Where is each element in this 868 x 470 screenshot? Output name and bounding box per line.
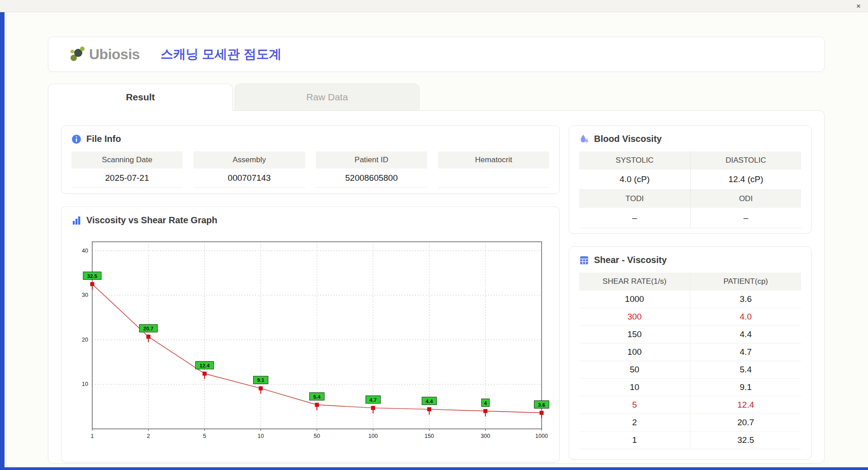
file-info-fields: Scanning Date 2025-07-21 Assembly 000707…: [71, 151, 549, 188]
svg-text:5.4: 5.4: [313, 394, 321, 400]
systolic-label: SYSTOLIC: [579, 151, 690, 169]
table-row: 1000 3.6: [579, 291, 801, 308]
window-close-button[interactable]: ×: [856, 2, 861, 10]
svg-text:9.1: 9.1: [257, 377, 265, 383]
page-title: 스캐닝 모세관 점도계: [160, 46, 282, 63]
col-patient: PATIENT(cp): [690, 273, 802, 291]
shear-cell: 100: [579, 343, 690, 361]
svg-text:150: 150: [425, 433, 434, 439]
shear-cell: 10: [579, 379, 690, 396]
svg-text:10: 10: [82, 381, 88, 387]
blood-viscosity-grid: SYSTOLIC DIASTOLIC 4.0 (cP) 12.4 (cP) TO…: [579, 151, 801, 228]
app-surface: Ubiosis 스캐닝 모세관 점도계 Result Raw Data: [5, 12, 868, 467]
table-row: 10 9.1: [579, 379, 801, 396]
result-panel: File Info Scanning Date 2025-07-21 Assem…: [48, 110, 825, 464]
svg-text:4.7: 4.7: [369, 397, 377, 403]
patient-cell: 5.4: [690, 361, 802, 379]
graph-title-row: Viscosity vs Shear Rate Graph: [71, 215, 549, 226]
bar-chart-icon: [71, 216, 81, 226]
svg-text:4.4: 4.4: [426, 399, 434, 404]
odi-value: –: [690, 208, 802, 228]
window-titlebar: ×: [0, 0, 868, 12]
field-value: 2025-07-21: [71, 169, 183, 188]
diastolic-label: DIASTOLIC: [690, 151, 802, 169]
svg-text:30: 30: [82, 292, 88, 298]
table-row: 150 4.4: [579, 326, 801, 343]
patient-cell: 4.7: [690, 343, 802, 361]
field-assembly: Assembly 000707143: [193, 151, 305, 188]
patient-cell: 20.7: [690, 414, 802, 432]
patient-cell: 4.0: [690, 308, 802, 326]
field-scanning-date: Scanning Date 2025-07-21: [71, 151, 183, 188]
shear-cell: 50: [579, 361, 690, 379]
file-info-card: File Info Scanning Date 2025-07-21 Assem…: [61, 125, 560, 194]
todi-label: TODI: [579, 190, 690, 208]
svg-text:100: 100: [368, 433, 378, 439]
shear-viscosity-table: SHEAR RATE(1/s) PATIENT(cp) 1000 3.6 300: [579, 273, 801, 449]
svg-text:32.5: 32.5: [87, 273, 98, 279]
svg-text:20.7: 20.7: [143, 326, 153, 331]
field-label: Scanning Date: [71, 151, 183, 169]
field-patient-id: Patient ID 52008605800: [316, 151, 427, 188]
svg-text:300: 300: [481, 433, 490, 439]
table-row: 2 20.7: [579, 414, 801, 432]
svg-text:20: 20: [82, 337, 88, 343]
svg-text:50: 50: [314, 433, 320, 439]
field-value: [438, 169, 549, 188]
right-column: Blood Viscosity SYSTOLIC DIASTOLIC 4.0 (…: [569, 125, 811, 462]
chart-area: 102030401251050100150300100032.520.712.4…: [71, 233, 549, 447]
file-info-title: File Info: [86, 134, 121, 144]
header-card: Ubiosis 스캐닝 모세관 점도계: [48, 37, 825, 72]
patient-cell: 4.4: [690, 326, 802, 343]
svg-text:1000: 1000: [535, 433, 548, 439]
viscosity-graph-card: Viscosity vs Shear Rate Graph 1020304012…: [61, 207, 560, 462]
field-value: 52008605800: [316, 169, 427, 188]
tab-bar: Result Raw Data: [48, 84, 825, 111]
shear-cell: 2: [579, 414, 690, 432]
table-row-highlight: 5 12.4: [579, 396, 801, 414]
ubiosis-logo-icon: [68, 46, 86, 63]
field-value: 000707143: [193, 169, 305, 188]
file-info-title-row: File Info: [71, 134, 549, 144]
svg-text:1: 1: [91, 433, 94, 439]
todi-value: –: [579, 208, 690, 228]
brand-name: Ubiosis: [89, 46, 140, 63]
table-row-highlight: 300 4.0: [579, 308, 801, 326]
tab-raw-data[interactable]: Raw Data: [235, 84, 420, 111]
shear-cell: 1000: [579, 291, 690, 308]
table-row: 50 5.4: [579, 361, 801, 379]
shear-cell: 5: [579, 396, 690, 414]
diastolic-value: 12.4 (cP): [690, 169, 802, 190]
table-header-row: SHEAR RATE(1/s) PATIENT(cp): [579, 273, 801, 291]
shear-cell: 300: [579, 308, 690, 326]
left-column: File Info Scanning Date 2025-07-21 Assem…: [61, 125, 560, 462]
svg-text:10: 10: [258, 433, 264, 439]
shear-viscosity-title: Shear - Viscosity: [594, 255, 667, 265]
svg-text:12.4: 12.4: [199, 363, 210, 368]
odi-label: ODI: [690, 190, 802, 208]
patient-cell: 12.4: [690, 396, 802, 414]
shear-cell: 1: [579, 432, 690, 449]
graph-title: Viscosity vs Shear Rate Graph: [86, 215, 217, 226]
field-label: Hematocrit: [438, 151, 549, 169]
svg-text:4: 4: [484, 400, 487, 406]
blood-viscosity-title: Blood Viscosity: [594, 134, 662, 144]
blood-viscosity-title-row: Blood Viscosity: [579, 134, 801, 144]
field-label: Assembly: [193, 151, 305, 169]
svg-text:2: 2: [147, 433, 150, 439]
patient-cell: 9.1: [690, 379, 802, 396]
field-hematocrit: Hematocrit: [438, 151, 549, 188]
systolic-value: 4.0 (cP): [579, 169, 690, 190]
table-grid-icon: [579, 255, 589, 265]
field-label: Patient ID: [316, 151, 427, 169]
svg-text:40: 40: [82, 248, 88, 254]
table-row: 1 32.5: [579, 432, 801, 449]
brand: Ubiosis: [68, 46, 140, 63]
droplet-icon: [579, 134, 589, 144]
shear-viscosity-card: Shear - Viscosity SHEAR RATE(1/s) PATIEN…: [569, 246, 811, 460]
svg-text:5: 5: [203, 433, 206, 439]
table-row: 100 4.7: [579, 343, 801, 361]
tab-result[interactable]: Result: [48, 84, 233, 111]
svg-text:3.6: 3.6: [538, 402, 545, 408]
viscosity-chart: 102030401251050100150300100032.520.712.4…: [71, 233, 550, 445]
